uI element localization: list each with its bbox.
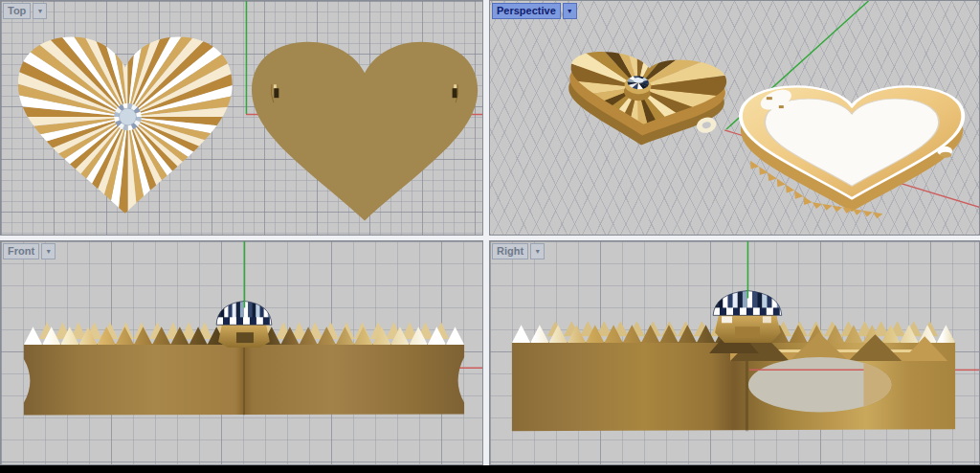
viewport-title-right[interactable]: Right (492, 243, 528, 259)
chevron-down-icon: ▼ (534, 248, 541, 255)
viewport-title-text: Perspective (497, 5, 556, 16)
pendant-front-view (24, 324, 464, 415)
gem-top-view (114, 103, 142, 131)
heart-box-perspective (741, 86, 963, 219)
plain-heart-top-view (252, 42, 478, 221)
viewport-menu-front[interactable]: ▼ (41, 243, 56, 259)
viewport-header-right: Right ▼ (492, 243, 545, 259)
viewport-top[interactable]: Top ▼ (0, 0, 483, 236)
viewport-front[interactable]: Front ▼ (0, 240, 483, 465)
gem-right-view (713, 290, 787, 316)
chevron-down-icon: ▼ (36, 8, 43, 14)
viewport-title-text: Front (8, 245, 34, 257)
viewport-title-front[interactable]: Front (3, 243, 39, 259)
viewport-canvas-right[interactable] (490, 241, 979, 464)
viewport-canvas-perspective[interactable] (490, 1, 979, 235)
viewport-menu-perspective[interactable]: ▼ (563, 3, 577, 19)
heart-lid-perspective (538, 1, 737, 186)
viewport-title-perspective[interactable]: Perspective (492, 3, 561, 19)
viewport-title-text: Top (8, 5, 26, 16)
viewport-header-front: Front ▼ (3, 243, 56, 259)
window-bottom-bar (0, 465, 980, 473)
viewport-canvas-front[interactable] (1, 241, 482, 464)
gem-front-view (216, 300, 277, 325)
chevron-down-icon: ▼ (567, 8, 573, 14)
viewport-header-top: Top ▼ (3, 3, 47, 19)
viewport-title-text: Right (497, 245, 523, 257)
viewport-header-perspective: Perspective ▼ (492, 3, 577, 19)
application-window: Top ▼ Perspective ▼ Front ▼ (0, 0, 980, 473)
viewport-right[interactable]: Right ▼ (489, 240, 980, 465)
viewport-perspective[interactable]: Perspective ▼ (489, 0, 980, 236)
viewport-menu-right[interactable]: ▼ (530, 243, 545, 259)
viewport-title-top[interactable]: Top (3, 3, 31, 19)
chevron-down-icon: ▼ (45, 248, 52, 255)
viewport-canvas-top[interactable] (1, 1, 482, 235)
viewport-menu-top[interactable]: ▼ (33, 3, 47, 19)
